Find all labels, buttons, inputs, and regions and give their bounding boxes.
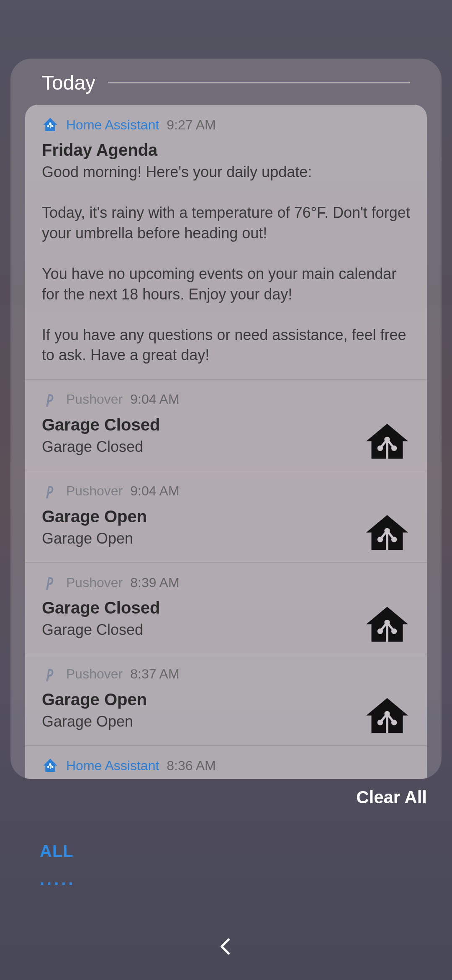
notification-body: Garage Closed [42, 620, 410, 640]
notification-card[interactable]: Pushover 8:37 AM Garage Open Garage Open [25, 654, 427, 746]
app-name: Pushover [66, 392, 123, 407]
notification-card[interactable]: Pushover 9:04 AM Garage Open Garage Open [25, 471, 427, 563]
card-header: Home Assistant 9:27 AM [42, 116, 410, 133]
pushover-icon [42, 391, 59, 408]
card-header: Pushover 9:04 AM [42, 483, 410, 500]
tab-all[interactable]: ALL [40, 842, 76, 861]
clear-all-button[interactable]: Clear All [356, 787, 427, 807]
pushover-icon [42, 666, 59, 683]
home-assistant-thumb-icon [366, 515, 408, 550]
notification-card[interactable]: Pushover 8:39 AM Garage Closed Garage Cl… [25, 562, 427, 654]
section-header: Today [10, 71, 442, 107]
home-assistant-thumb-icon [366, 698, 408, 733]
notification-card[interactable]: Home Assistant 8:36 AM Friday Agenda Goo… [25, 745, 427, 779]
pushover-icon [42, 483, 59, 500]
notification-title: Garage Open [42, 507, 410, 526]
notification-title: Garage Open [42, 690, 410, 709]
home-assistant-icon [42, 116, 59, 133]
card-header: Pushover 8:37 AM [42, 666, 410, 683]
home-assistant-thumb-icon [366, 423, 408, 459]
section-title: Today [42, 71, 95, 94]
tab-pager-dots: ..... [40, 870, 76, 889]
home-assistant-thumb-icon [366, 606, 408, 642]
app-name: Home Assistant [66, 758, 159, 774]
notification-body: Garage Closed [42, 437, 410, 457]
notification-body: Garage Open [42, 712, 410, 732]
notification-card[interactable]: Home Assistant 9:27 AM Friday Agenda Goo… [25, 105, 427, 379]
notification-time: 8:37 AM [130, 666, 179, 682]
notification-list[interactable]: Home Assistant 9:27 AM Friday Agenda Goo… [25, 105, 427, 779]
notification-card[interactable]: Pushover 9:04 AM Garage Closed Garage Cl… [25, 379, 427, 471]
card-header: Pushover 8:39 AM [42, 574, 410, 591]
notification-title: Garage Closed [42, 415, 410, 434]
notification-body: Garage Open [42, 529, 410, 549]
home-assistant-icon [42, 757, 59, 774]
notification-time: 9:04 AM [130, 483, 179, 499]
notification-time: 8:36 AM [167, 758, 216, 774]
notification-time: 9:27 AM [167, 117, 216, 133]
app-name: Home Assistant [66, 117, 159, 133]
notification-time: 8:39 AM [130, 575, 179, 591]
app-name: Pushover [66, 483, 123, 499]
notification-time: 9:04 AM [130, 392, 179, 407]
footer: Clear All ALL ..... [0, 779, 452, 980]
app-name: Pushover [66, 666, 123, 682]
filter-tabs[interactable]: ALL ..... [40, 842, 76, 889]
card-header: Home Assistant 8:36 AM [42, 757, 410, 774]
notification-title: Garage Closed [42, 598, 410, 617]
notification-history-panel: Today Home Assistant 9:27 AM Friday Agen… [10, 59, 442, 779]
back-chevron-icon[interactable] [216, 936, 236, 957]
pushover-icon [42, 574, 59, 591]
notification-body: Good morning! Here's your daily update: … [42, 162, 410, 366]
notification-title: Friday Agenda [42, 141, 410, 160]
app-name: Pushover [66, 575, 123, 591]
card-header: Pushover 9:04 AM [42, 391, 410, 408]
section-divider [108, 83, 410, 83]
